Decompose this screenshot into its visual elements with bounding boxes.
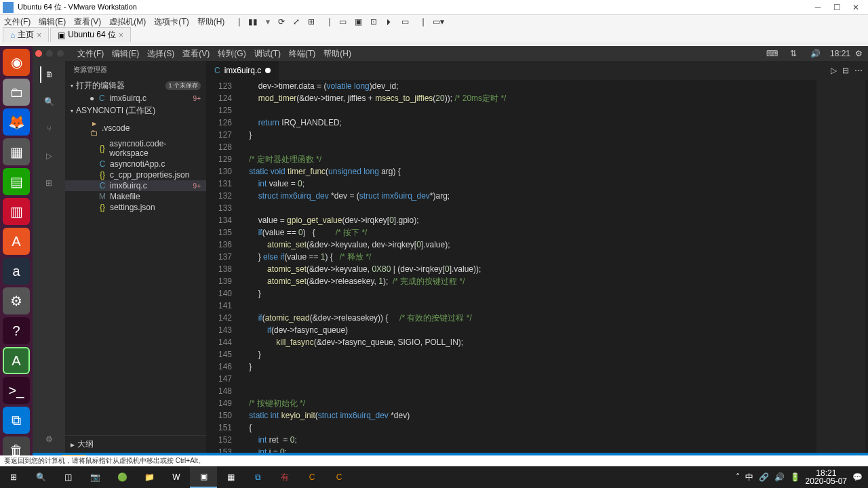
explorer-icon[interactable]: 🗎: [40, 66, 56, 83]
menu-help[interactable]: 帮助(H): [197, 16, 225, 28]
search-icon[interactable]: 🔍: [41, 94, 57, 110]
toolbar-btn[interactable]: ▭▾: [433, 17, 444, 26]
minimize-button[interactable]: ─: [808, 0, 827, 15]
maximize-icon[interactable]: [57, 50, 64, 57]
settings-icon[interactable]: ⚙: [3, 287, 30, 314]
workspace-section[interactable]: ▾ ASYNCNOTI (工作区): [65, 104, 206, 118]
toolbar-btn[interactable]: ▭: [339, 17, 347, 26]
system-tray: ˄ 中 🔗 🔊 🔋 18:21 2020-05-07 💬: [730, 469, 868, 485]
code-editor[interactable]: 1231241251261271281291301311321331341351…: [206, 80, 868, 453]
split-icon[interactable]: ⊟: [842, 66, 849, 75]
close-icon[interactable]: [35, 50, 42, 57]
close-button[interactable]: ✕: [846, 0, 865, 15]
vmware-tab-home[interactable]: ⌂ 主页 ×: [3, 27, 49, 42]
calc-icon[interactable]: ▤: [3, 168, 30, 195]
explorer-icon[interactable]: 📁: [136, 466, 163, 488]
settings-icon[interactable]: ⚙: [41, 431, 57, 447]
debug-icon[interactable]: ▷: [41, 148, 57, 164]
vs-menu-goto[interactable]: 转到(G): [218, 48, 245, 60]
sidebar-item[interactable]: {}c_cpp_properties.json: [65, 169, 206, 180]
firefox-icon[interactable]: 🦊: [3, 108, 30, 136]
app-icon[interactable]: ?: [3, 317, 30, 344]
taskview-icon[interactable]: ◫: [54, 466, 81, 488]
toolbar-btn[interactable]: ⊡: [370, 17, 377, 26]
vs-menu-select[interactable]: 选择(S): [147, 48, 174, 60]
vscode-menubar: 文件(F) 编辑(E) 选择(S) 查看(V) 转到(G) 调试(T) 终端(T…: [33, 46, 868, 61]
search-icon[interactable]: 🔍: [27, 466, 54, 488]
vscode-icon[interactable]: ⧉: [3, 407, 30, 434]
vmware-tabs: ⌂ 主页 × ▣ Ubuntu 64 位 ×: [0, 28, 868, 42]
battery-icon[interactable]: 🔋: [790, 472, 800, 482]
notifications-icon[interactable]: 💬: [852, 472, 863, 482]
terminal-icon[interactable]: >_: [3, 377, 30, 404]
tray-chevron-icon[interactable]: ˄: [736, 472, 740, 482]
sidebar-item[interactable]: MMakefile: [65, 191, 206, 202]
update-icon[interactable]: A: [3, 347, 30, 374]
extensions-icon[interactable]: ⊞: [41, 175, 57, 191]
volume-icon[interactable]: 🔊: [774, 472, 785, 482]
vs-menu-view[interactable]: 查看(V): [182, 48, 210, 60]
ime-icon[interactable]: 中: [745, 472, 753, 483]
app-icon[interactable]: C: [326, 466, 353, 488]
scm-icon[interactable]: ⑂: [41, 121, 57, 137]
vs-menu-edit[interactable]: 编辑(E): [112, 48, 139, 60]
volume-icon[interactable]: 🔊: [808, 49, 822, 58]
camera-icon[interactable]: 📷: [81, 466, 108, 488]
taskbar-clock[interactable]: 18:21 2020-05-07: [806, 469, 847, 485]
sidebar-item[interactable]: Cimx6uirq.c9+: [65, 180, 206, 191]
toolbar-btn[interactable]: ⤢: [293, 17, 300, 26]
tray-icon[interactable]: 🔗: [759, 472, 769, 482]
app-icon[interactable]: ▦: [217, 466, 244, 488]
word-icon[interactable]: W: [163, 466, 190, 488]
app-icon[interactable]: C: [298, 466, 326, 488]
minimize-icon[interactable]: [46, 50, 53, 57]
toolbar-btn[interactable]: ⊞: [308, 17, 315, 26]
start-button[interactable]: ⊞: [0, 466, 27, 488]
sidebar-item[interactable]: {}asyncnoti.code-workspace: [65, 138, 206, 159]
outline-section[interactable]: ▸ 大纲: [65, 435, 206, 453]
pause-icon[interactable]: ▮▮: [248, 17, 258, 26]
menu-edit[interactable]: 编辑(E): [39, 16, 66, 28]
close-icon[interactable]: ×: [119, 30, 123, 40]
open-editors-section[interactable]: ▾ 打开的编辑器 1 个未保存: [65, 79, 206, 93]
editor-area: C imx6uirq.c ▷ ⊟ ⋯ 123124125126127128129…: [206, 61, 868, 453]
amazon-icon[interactable]: a: [3, 258, 30, 285]
network-icon[interactable]: ⇅: [787, 49, 800, 58]
vs-menu-file[interactable]: 文件(F): [77, 48, 104, 60]
open-editor-item[interactable]: ● C imx6uirq.c 9+: [65, 93, 206, 104]
editor-tab[interactable]: C imx6uirq.c: [206, 61, 279, 80]
toolbar-btn[interactable]: ▭: [401, 17, 409, 26]
software-icon[interactable]: A: [3, 228, 30, 255]
modified-dot-icon: [265, 68, 271, 73]
browser-icon[interactable]: 🟢: [108, 466, 136, 488]
close-icon[interactable]: ×: [37, 30, 41, 40]
app-icon[interactable]: ▦: [3, 138, 30, 165]
sidebar-item[interactable]: {}settings.json: [65, 202, 206, 213]
maximize-button[interactable]: ☐: [827, 0, 846, 15]
toolbar-btn[interactable]: ⏵: [385, 17, 393, 26]
app-icon[interactable]: 有: [271, 466, 298, 488]
more-icon[interactable]: ⋯: [854, 66, 863, 75]
run-icon[interactable]: ▷: [831, 66, 837, 75]
toolbar-btn[interactable]: ⟳: [278, 17, 285, 26]
menu-tabs[interactable]: 选项卡(T): [154, 16, 189, 28]
menu-vm[interactable]: 虚拟机(M): [109, 16, 146, 28]
toolbar-btn[interactable]: ▣: [355, 17, 362, 26]
vscode-taskbar-icon[interactable]: ⧉: [244, 466, 271, 488]
vmware-tab-ubuntu[interactable]: ▣ Ubuntu 64 位 ×: [50, 27, 131, 42]
vmware-icon: [3, 2, 14, 13]
vs-menu-terminal[interactable]: 终端(T): [289, 48, 315, 60]
impress-icon[interactable]: ▥: [3, 198, 30, 225]
keyboard-icon[interactable]: ⌨: [765, 49, 778, 58]
sidebar-item[interactable]: CasyncnotiApp.c: [65, 159, 206, 169]
minimap[interactable]: [814, 80, 868, 453]
sidebar-item[interactable]: ▸ 🗀.vscode: [65, 118, 206, 138]
vs-menu-help[interactable]: 帮助(H): [323, 48, 351, 60]
vs-menu-debug[interactable]: 调试(T): [254, 48, 281, 60]
ubuntu-dash-icon[interactable]: ◉: [3, 49, 30, 76]
vmware-taskbar-icon[interactable]: ▣: [190, 466, 217, 488]
gear-icon[interactable]: ⚙: [852, 49, 865, 58]
files-icon[interactable]: 🗀: [3, 79, 30, 106]
menu-view[interactable]: 查看(V): [74, 16, 101, 28]
menu-file[interactable]: 文件(F): [4, 16, 31, 28]
